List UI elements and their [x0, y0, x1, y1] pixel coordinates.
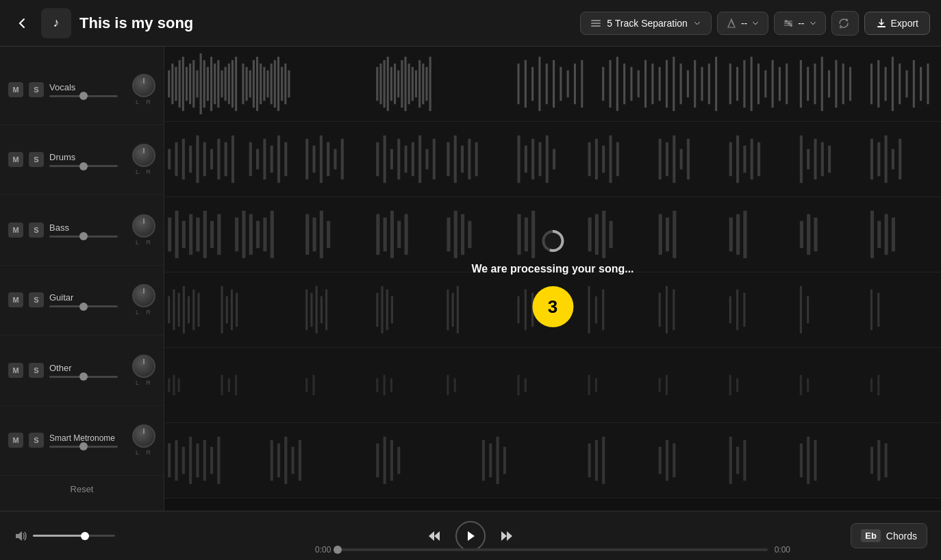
fast-forward-button[interactable]: [499, 529, 514, 544]
svg-rect-308: [397, 447, 400, 474]
svg-rect-57: [418, 60, 421, 107]
sync-icon: [838, 17, 850, 29]
svg-rect-55: [412, 67, 414, 101]
svg-rect-35: [256, 57, 258, 111]
svg-rect-71: [602, 67, 604, 101]
svg-rect-2: [591, 25, 601, 27]
other-pan-knob[interactable]: [132, 355, 155, 378]
metronome-icon: [726, 18, 737, 29]
processing-overlay: We are processing your song... 3: [471, 230, 633, 327]
svg-rect-22: [207, 67, 209, 101]
svg-rect-11: [168, 71, 170, 98]
svg-rect-281: [525, 379, 527, 392]
metronome-button[interactable]: --: [717, 12, 768, 35]
smart-metronome-volume-wrap: [49, 446, 127, 448]
time-start: 0:00: [315, 545, 331, 555]
svg-rect-122: [225, 142, 227, 177]
solo-vocals-button[interactable]: S: [29, 82, 44, 97]
eq-button[interactable]: --: [774, 12, 825, 35]
drums-pan-knob[interactable]: [132, 144, 155, 167]
mute-bass-button[interactable]: M: [8, 222, 23, 238]
svg-rect-217: [673, 211, 676, 258]
svg-rect-247: [391, 296, 393, 324]
bass-pan-knob[interactable]: [132, 214, 155, 238]
mute-smart-metronome-button[interactable]: M: [8, 433, 23, 448]
solo-bass-button[interactable]: S: [29, 222, 44, 238]
mute-vocals-button[interactable]: M: [8, 82, 23, 97]
svg-rect-249: [452, 293, 454, 327]
svg-rect-149: [475, 142, 478, 177]
svg-rect-107: [885, 67, 887, 101]
svg-rect-108: [892, 57, 894, 111]
svg-rect-73: [616, 57, 618, 111]
vocals-volume-slider[interactable]: [49, 95, 118, 97]
svg-rect-176: [870, 139, 873, 179]
svg-rect-0: [591, 20, 601, 21]
solo-guitar-button[interactable]: S: [29, 292, 44, 307]
svg-rect-290: [870, 379, 873, 392]
svg-rect-117: [189, 146, 192, 173]
svg-rect-75: [630, 67, 632, 101]
svg-rect-24: [214, 64, 216, 104]
other-volume-slider[interactable]: [49, 376, 118, 378]
svg-rect-261: [736, 290, 738, 330]
vocals-pan-knob[interactable]: [132, 74, 155, 97]
drums-volume-slider[interactable]: [49, 165, 118, 167]
svg-rect-119: [203, 142, 206, 177]
smart-metronome-volume-slider[interactable]: [49, 446, 118, 448]
solo-smart-metronome-button[interactable]: S: [29, 433, 44, 448]
mute-drums-button[interactable]: M: [8, 152, 23, 167]
svg-rect-202: [397, 221, 401, 249]
svg-rect-238: [236, 293, 238, 327]
back-button[interactable]: [11, 12, 33, 34]
svg-rect-102: [835, 60, 837, 107]
smart-metronome-pan-knob[interactable]: [132, 424, 155, 448]
svg-rect-197: [320, 211, 323, 258]
svg-rect-226: [885, 214, 888, 255]
svg-rect-121: [217, 139, 220, 179]
solo-drums-button[interactable]: S: [29, 152, 44, 167]
time-end: 0:00: [775, 545, 790, 555]
progress-bar[interactable]: [338, 548, 767, 551]
svg-rect-306: [384, 437, 386, 484]
svg-rect-65: [546, 64, 548, 104]
svg-rect-132: [320, 136, 323, 183]
svg-rect-40: [274, 60, 276, 107]
svg-rect-72: [609, 60, 611, 107]
svg-rect-69: [574, 64, 576, 104]
solo-other-button[interactable]: S: [29, 363, 44, 378]
svg-rect-314: [595, 440, 598, 481]
sync-button[interactable]: [831, 11, 859, 36]
guitar-pan-knob[interactable]: [132, 284, 155, 307]
track-row-other: M S Other L R: [0, 335, 164, 406]
master-volume-slider[interactable]: [33, 535, 115, 537]
rewind-button[interactable]: [427, 529, 442, 544]
guitar-volume-slider[interactable]: [49, 305, 118, 307]
svg-rect-300: [271, 440, 273, 481]
tracks-area: We are processing your song... 3: [164, 47, 941, 511]
processing-step: 3: [532, 286, 573, 327]
svg-rect-171: [800, 136, 803, 183]
svg-rect-223: [814, 218, 817, 252]
svg-rect-220: [743, 211, 746, 258]
chevron-down-icon: [693, 19, 701, 27]
svg-rect-128: [277, 136, 280, 183]
chord-key: Eb: [861, 529, 881, 542]
svg-rect-21: [203, 60, 205, 107]
svg-rect-193: [263, 218, 266, 252]
svg-rect-81: [673, 57, 675, 111]
track-sep-icon: [590, 18, 601, 29]
chords-button[interactable]: Eb Chords: [851, 523, 927, 548]
track-separation-button[interactable]: 5 Track Separation: [580, 12, 712, 35]
mute-guitar-button[interactable]: M: [8, 292, 23, 307]
bass-volume-slider[interactable]: [49, 236, 118, 238]
guitar-volume-wrap: [49, 305, 127, 307]
mute-other-button[interactable]: M: [8, 363, 23, 378]
svg-rect-143: [425, 149, 428, 170]
svg-rect-189: [235, 218, 238, 252]
reset-button[interactable]: Reset: [71, 484, 94, 494]
progress-thumb: [334, 546, 342, 554]
svg-rect-28: [228, 64, 230, 104]
track-other-controls: Other: [49, 363, 127, 378]
export-button[interactable]: Export: [864, 12, 930, 35]
